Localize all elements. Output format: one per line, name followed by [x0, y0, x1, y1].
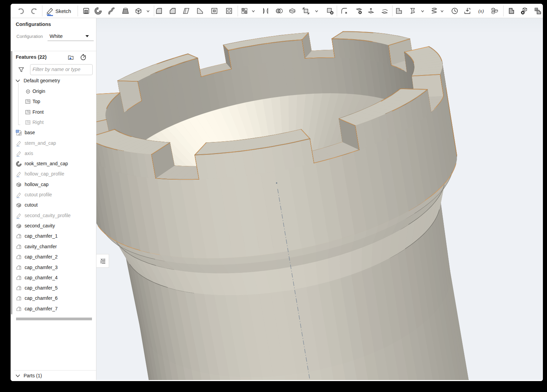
svg-text:(x): (x)	[478, 8, 484, 14]
